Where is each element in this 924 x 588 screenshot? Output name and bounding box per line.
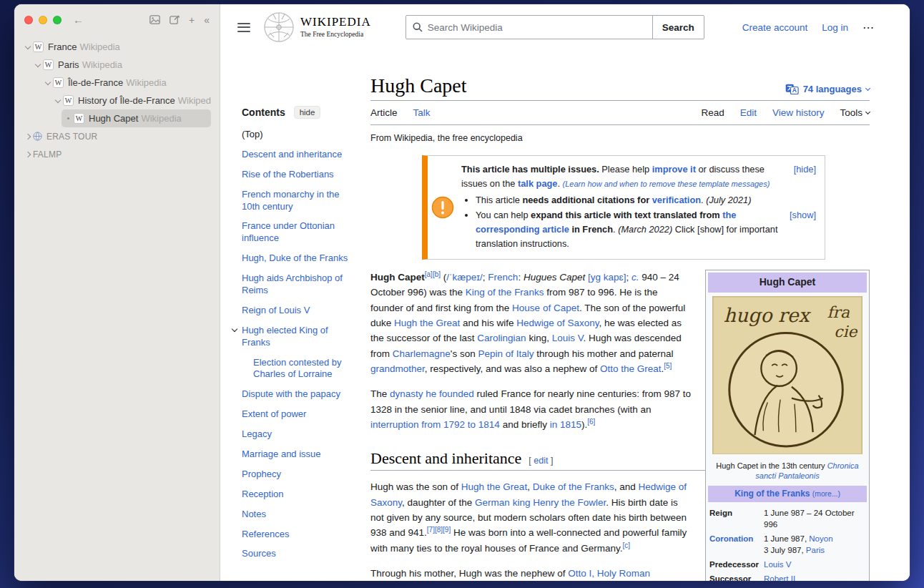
toc-item[interactable]: (Top) (242, 129, 350, 141)
inline-link[interactable]: [6] (587, 417, 595, 425)
tree-item[interactable]: WÎle-de-FranceWikipedia (41, 74, 211, 92)
inline-link[interactable]: (Learn how and when to remove these temp… (563, 180, 770, 188)
toc-item[interactable]: Marriage and issue (242, 449, 350, 461)
compose-icon[interactable] (169, 15, 180, 24)
tab-view-history[interactable]: View history (772, 107, 825, 118)
inline-link[interactable]: Pepin of Italy (478, 348, 534, 359)
inline-link[interactable]: Robert II (764, 574, 795, 581)
tree-item[interactable]: WHugh CapetWikipedia (62, 109, 211, 127)
inline-link[interactable]: Carolingian (477, 333, 526, 343)
chevron-down-icon[interactable] (35, 61, 41, 67)
chevron-down-icon[interactable] (45, 79, 51, 84)
inline-link[interactable]: [a] (425, 270, 433, 278)
inline-link[interactable]: [yg kapɛ] (588, 272, 626, 283)
tab-article[interactable]: Article (370, 107, 398, 118)
more-menu-icon[interactable]: ⋯ (862, 21, 874, 34)
infobox-row-label[interactable]: Coronation (709, 533, 764, 556)
inline-link[interactable]: House of Capet (512, 303, 579, 313)
create-account-link[interactable]: Create account (742, 22, 808, 33)
inline-link[interactable]: talk page (518, 178, 557, 189)
hide-link[interactable]: [hide] (794, 162, 816, 177)
toc-item[interactable]: Prophecy (242, 469, 350, 481)
tab-talk[interactable]: Talk (413, 107, 431, 118)
tab-edit[interactable]: Edit (740, 107, 757, 118)
login-link[interactable]: Log in (822, 22, 848, 33)
inline-link[interactable]: improve it (652, 164, 696, 175)
inline-link[interactable]: [7] (427, 526, 435, 534)
inline-link[interactable]: grandmother (370, 363, 425, 374)
show-link[interactable]: [show] (790, 208, 816, 222)
toc-item[interactable]: French monarchy in the 10th century (242, 189, 350, 213)
toc-item[interactable]: Sources (242, 548, 350, 560)
inline-link[interactable]: (more...) (812, 490, 840, 498)
inline-link[interactable]: [c] (622, 541, 630, 549)
inline-link[interactable]: Hedwige of Saxony (516, 318, 599, 328)
back-button[interactable]: ← (73, 14, 84, 25)
tree-item[interactable]: WParisWikipedia (31, 56, 211, 74)
inline-link[interactable]: Paris (806, 546, 825, 554)
text-segment: You can help (476, 210, 531, 220)
inline-link[interactable]: in 1815 (550, 419, 581, 430)
wikipedia-logo[interactable]: WIKIPEDIA The Free Encyclopedia (263, 11, 371, 43)
inline-link[interactable]: c. (631, 272, 639, 283)
media-icon[interactable] (149, 15, 160, 24)
toc-item[interactable]: Hugh aids Archbishop of Reims (242, 273, 350, 297)
chevron-right-icon[interactable] (25, 151, 31, 157)
inline-link[interactable]: Duke of the Franks (533, 481, 614, 492)
collapse-sidebar-icon[interactable]: « (204, 15, 210, 25)
add-tab-icon[interactable]: + (189, 15, 195, 25)
tree-item[interactable]: FALMP (21, 145, 211, 163)
inline-link[interactable]: [b] (433, 270, 441, 278)
tree-item[interactable]: WHistory of Île-de-FranceWikipedia (51, 92, 211, 109)
inline-link[interactable]: [5] (664, 361, 672, 369)
inline-link[interactable]: [8] (435, 526, 443, 534)
inline-link[interactable]: verification (652, 195, 701, 205)
inline-link[interactable]: [9] (443, 526, 451, 534)
tree-item[interactable]: ERAS TOUR (21, 127, 211, 145)
toc-item[interactable]: Extent of power (242, 408, 350, 421)
tab-read[interactable]: Read (701, 107, 724, 118)
inline-link[interactable]: dynasty he founded (390, 388, 474, 399)
tree-item[interactable]: WFranceWikipedia (21, 38, 211, 56)
toc-item[interactable]: Reception (242, 489, 350, 501)
toc-item[interactable]: France under Ottonian influence (242, 220, 350, 245)
inline-link[interactable]: Charlemagne (393, 348, 451, 359)
search-button[interactable]: Search (652, 15, 704, 39)
inline-link[interactable]: Hugh the Great (461, 481, 527, 492)
inline-link[interactable]: /ˈkæpeɪ/ (446, 272, 483, 283)
chevron-down-icon[interactable] (55, 97, 61, 102)
search-input[interactable] (428, 22, 646, 33)
toc-item[interactable]: Legacy (242, 428, 350, 441)
chevron-down-icon[interactable] (25, 43, 31, 49)
chevron-down-icon[interactable] (232, 326, 237, 332)
toc-item[interactable]: Reign of Louis V (242, 305, 350, 317)
toc-item[interactable]: Notes (242, 509, 350, 521)
toc-item[interactable]: References (242, 529, 350, 541)
main-menu-icon[interactable] (237, 23, 250, 32)
inline-link[interactable]: Hugh the Great (394, 318, 460, 328)
inline-link[interactable]: interruption from 1792 to 1814 (370, 419, 500, 430)
chevron-right-icon[interactable] (25, 133, 31, 139)
inline-link[interactable]: King of the Franks (466, 287, 544, 298)
edit-link[interactable]: edit (534, 456, 548, 466)
minimize-button[interactable] (39, 16, 47, 24)
toc-hide-button[interactable]: hide (294, 106, 321, 119)
inline-link[interactable]: Louis V (764, 560, 791, 569)
languages-button[interactable]: A 74 languages (785, 84, 870, 97)
inline-link[interactable]: German king Henry the Fowler (475, 497, 606, 508)
close-button[interactable] (24, 16, 33, 24)
toc-item[interactable]: Dispute with the papacy (242, 388, 350, 401)
toc-item[interactable]: Hugh elected King of Franks (242, 325, 350, 349)
inline-link[interactable]: King of the Franks (734, 489, 810, 499)
tab-tools[interactable]: Tools (840, 107, 870, 118)
inline-link[interactable]: Louis V (552, 333, 584, 343)
inline-link[interactable]: French (488, 272, 518, 283)
zoom-button[interactable] (53, 16, 62, 24)
toc-item[interactable]: Descent and inheritance (242, 149, 350, 161)
toc-item[interactable]: Rise of the Robertians (242, 169, 350, 181)
inline-link[interactable]: Otto the Great (600, 363, 662, 374)
inline-link[interactable]: Noyon (809, 534, 832, 543)
toc-item[interactable]: Hugh, Duke of the Franks (242, 253, 350, 265)
infobox-image[interactable]: hugo rex fra cie (708, 293, 867, 459)
toc-item[interactable]: Election contested by Charles of Lorrain… (242, 357, 350, 381)
